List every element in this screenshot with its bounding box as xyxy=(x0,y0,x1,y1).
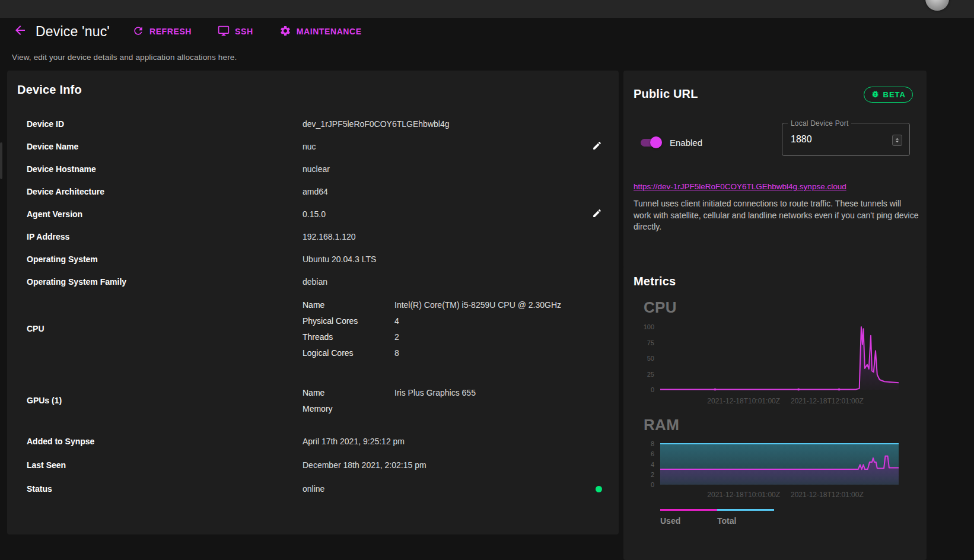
device-info-panel: Device Info Device ID dev_1rJPF5leRoF0CO… xyxy=(7,71,619,534)
gear-icon xyxy=(279,25,297,39)
row-device-architecture: Device Architecture amd64 xyxy=(7,180,619,203)
cpu-threads-row: Threads 2 xyxy=(303,329,602,345)
ram-chart-block: RAM 86420 2021-12-18T10:01:00Z2021-12-18… xyxy=(623,416,927,526)
row-operating-system: Operating System Ubuntu 20.04.3 LTS xyxy=(7,248,619,271)
cpu-x-axis: 2021-12-18T10:01:00Z2021-12-18T12:01:00Z xyxy=(660,397,899,406)
ram-chart-title: RAM xyxy=(644,416,927,434)
row-added-to-synpse: Added to Synpse April 17th 2021, 9:25:12… xyxy=(7,429,619,453)
row-device-hostname: Device Hostname nuclear xyxy=(7,158,619,180)
cpu-chart-title: CPU xyxy=(644,298,927,317)
legend-item-used: Used xyxy=(660,509,717,526)
legend-used-swatch xyxy=(660,509,717,511)
toggle-label: Enabled xyxy=(670,138,702,148)
toggle-thumb xyxy=(650,136,662,148)
ram-legend: Used Total xyxy=(660,509,927,526)
refresh-button[interactable]: REFRESH xyxy=(132,25,192,39)
avatar[interactable] xyxy=(925,0,949,11)
public-url-panel: Public URL BETA Enabled Local Device Por… xyxy=(623,71,927,268)
edit-agent-version-button[interactable] xyxy=(592,208,602,220)
monitor-icon xyxy=(218,25,235,39)
row-device-id: Device ID dev_1rJPF5leRoF0COY6TLGEhbwbl4… xyxy=(7,113,619,135)
number-stepper-icon[interactable] xyxy=(892,135,902,146)
row-last-seen: Last Seen December 18th 2021, 2:02:15 pm xyxy=(7,453,619,477)
cpu-y-axis: 1007550250 xyxy=(627,322,654,393)
refresh-label: REFRESH xyxy=(149,27,192,36)
row-status: Status online xyxy=(7,477,619,501)
cpu-logical-cores-row: Logical Cores 8 xyxy=(303,345,602,361)
ssh-label: SSH xyxy=(235,27,253,36)
cpu-chart xyxy=(660,322,899,393)
beta-badge: BETA xyxy=(864,87,913,103)
maintenance-button[interactable]: MAINTENANCE xyxy=(279,25,362,39)
local-device-port-field: Local Device Port xyxy=(782,123,910,156)
cpu-chart-block: CPU 1007550250 2021-12-18T10:01:00Z2021-… xyxy=(623,298,927,406)
scrollbar-sliver[interactable] xyxy=(0,142,2,179)
row-ip-address: IP Address 192.168.1.120 xyxy=(7,225,619,248)
cpu-name-row: Name Intel(R) Core(TM) i5-8259U CPU @ 2.… xyxy=(303,297,602,313)
refresh-icon xyxy=(132,25,149,39)
legend-item-total: Total xyxy=(717,509,774,526)
legend-total-swatch xyxy=(717,509,774,511)
row-cpu: CPU Name Intel(R) Core(TM) i5-8259U CPU … xyxy=(7,297,619,361)
ram-x-axis: 2021-12-18T10:01:00Z2021-12-18T12:01:00Z xyxy=(660,491,899,499)
ram-y-axis: 86420 xyxy=(627,439,654,486)
edit-icon xyxy=(592,141,602,152)
arrow-left-icon xyxy=(13,23,27,40)
tunnel-url-link[interactable]: https://dev-1rJPF5leRoF0COY6TLGEhbwbl4g.… xyxy=(634,182,846,191)
port-input[interactable] xyxy=(782,123,909,155)
cpu-physical-cores-row: Physical Cores 4 xyxy=(303,313,602,329)
edit-device-name-button[interactable] xyxy=(592,141,602,152)
edit-icon xyxy=(592,208,602,220)
metrics-title: Metrics xyxy=(634,275,676,288)
bug-icon xyxy=(871,90,883,100)
maintenance-label: MAINTENANCE xyxy=(297,27,362,36)
page-title: Device 'nuc' xyxy=(36,24,110,40)
ssh-button[interactable]: SSH xyxy=(218,25,253,39)
public-url-toggle[interactable] xyxy=(641,136,662,149)
device-info-title: Device Info xyxy=(17,83,82,97)
page-header: Device 'nuc' REFRESH SSH MAINTENANCE xyxy=(12,21,388,42)
status-online-dot xyxy=(596,486,602,492)
ram-chart xyxy=(660,439,899,486)
tunnel-description: Tunnel uses client initiated connections… xyxy=(634,198,921,233)
page-subtitle: View, edit your device details and appli… xyxy=(12,53,237,62)
gpu-name-row: Name Iris Plus Graphics 655 xyxy=(303,384,602,400)
row-gpus: GPUs (1) Name Iris Plus Graphics 655 Mem… xyxy=(7,384,619,416)
public-url-title: Public URL xyxy=(634,87,698,101)
back-button[interactable] xyxy=(12,23,28,40)
metrics-panel: Metrics CPU 1007550250 2021-12-18T10:01:… xyxy=(623,266,927,560)
row-agent-version: Agent Version 0.15.0 xyxy=(7,203,619,225)
top-app-bar xyxy=(0,0,974,18)
row-os-family: Operating System Family debian xyxy=(7,271,619,293)
row-device-name: Device Name nuc xyxy=(7,135,619,158)
gpu-memory-row: Memory xyxy=(303,400,602,416)
beta-label: BETA xyxy=(883,90,906,99)
